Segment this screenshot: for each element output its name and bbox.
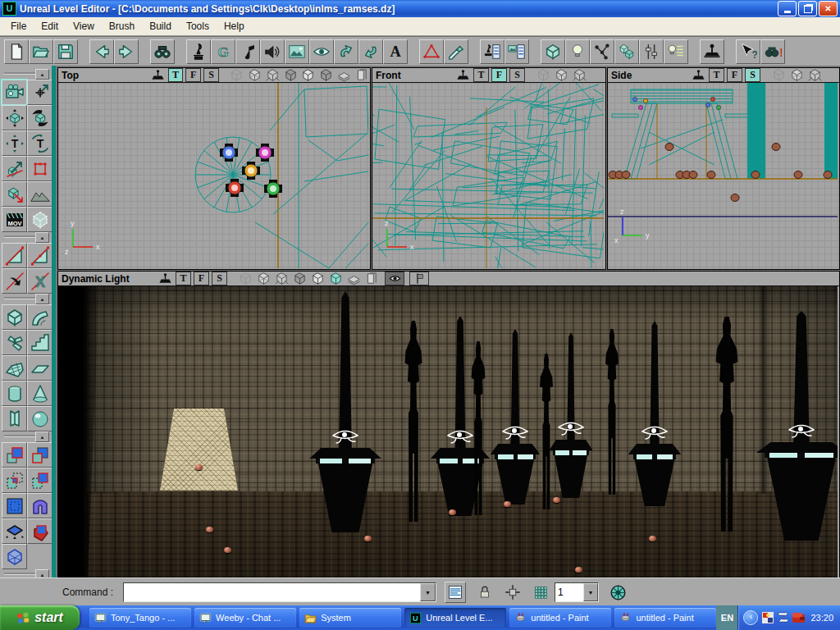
view-mode-t-button[interactable]: T bbox=[176, 272, 191, 285]
2d-shape-triangle-button[interactable] bbox=[419, 39, 444, 64]
light-list-button[interactable] bbox=[664, 39, 688, 64]
build-cube-button[interactable] bbox=[2, 304, 27, 330]
add-special-button[interactable] bbox=[2, 493, 27, 518]
view-mode-s-button[interactable]: S bbox=[203, 68, 219, 82]
task-button-5[interactable]: untitled - Paint bbox=[614, 608, 716, 628]
view-mode-t-button[interactable]: T bbox=[168, 68, 184, 82]
render-mode-ghost-button[interactable] bbox=[237, 272, 253, 285]
render-mode-flat-button[interactable] bbox=[291, 272, 308, 285]
sound-speaker-button[interactable] bbox=[260, 39, 285, 64]
add-staticmesh-button[interactable] bbox=[27, 493, 52, 518]
language-indicator[interactable]: EN bbox=[716, 605, 737, 630]
hide-icons-arrow[interactable]: ‹ bbox=[743, 610, 758, 625]
log-window-button[interactable] bbox=[445, 582, 466, 603]
render-mode-flat-button[interactable] bbox=[282, 69, 299, 82]
csg-deintersect-button[interactable] bbox=[27, 468, 52, 493]
vertex-snap-button[interactable] bbox=[504, 582, 522, 602]
viewport-top[interactable]: TopTFSyxz bbox=[57, 67, 371, 270]
menu-edit[interactable]: Edit bbox=[34, 18, 66, 34]
save-floppy-button[interactable] bbox=[53, 39, 78, 64]
viewport-perspective[interactable]: Dynamic LightTFS zy bbox=[57, 271, 840, 579]
zonealarm-icon[interactable] bbox=[777, 612, 789, 624]
task-button-2[interactable]: System bbox=[299, 608, 401, 628]
scroll-up-arrow[interactable]: ▲ bbox=[35, 232, 49, 243]
render-mode-tex-button[interactable] bbox=[327, 272, 344, 285]
scroll-up-arrow[interactable]: ▲ bbox=[35, 431, 49, 442]
viewport-canvas-side[interactable]: zyx bbox=[608, 83, 839, 269]
texture-rotate-button[interactable]: T bbox=[27, 130, 52, 156]
build-terrain-button[interactable] bbox=[2, 355, 27, 381]
music-note-button[interactable] bbox=[235, 39, 260, 64]
menu-file[interactable]: File bbox=[3, 18, 34, 34]
build-stair-button[interactable] bbox=[27, 330, 52, 355]
surface-sliders-button[interactable] bbox=[639, 39, 664, 64]
grid-size-dropdown-button[interactable]: ▼ bbox=[583, 583, 598, 601]
search-binoculars-button[interactable] bbox=[150, 39, 175, 64]
scroll-up-arrow[interactable]: ▲ bbox=[35, 69, 49, 80]
task-button-0[interactable]: Tony_Tango - ... bbox=[89, 608, 191, 628]
grid-size-input[interactable] bbox=[555, 583, 583, 601]
csg-subtract-button[interactable] bbox=[27, 442, 52, 468]
select-move-button[interactable] bbox=[27, 80, 52, 105]
view-mode-t-button[interactable]: T bbox=[709, 68, 724, 82]
render-mode-solid-button[interactable] bbox=[309, 272, 326, 285]
build-spiralstair-button[interactable] bbox=[2, 330, 27, 355]
menu-brush[interactable]: Brush bbox=[102, 18, 142, 34]
taskbar-clock[interactable]: 23:20 bbox=[810, 613, 833, 623]
command-input[interactable] bbox=[124, 583, 420, 601]
clip-2-button[interactable] bbox=[27, 243, 52, 268]
render-mode-ghost-button[interactable] bbox=[229, 69, 245, 82]
cube-primitive-button[interactable] bbox=[541, 39, 565, 64]
help-cursor-button[interactable]: ? bbox=[736, 39, 760, 64]
brush-rotate-button[interactable] bbox=[27, 105, 52, 130]
pin-flag-button[interactable] bbox=[409, 272, 429, 285]
clip-1-button[interactable] bbox=[2, 243, 27, 268]
viewport-canvas-top[interactable]: yxz bbox=[58, 83, 370, 269]
render-mode-wire-button[interactable] bbox=[806, 69, 823, 82]
build-cone-button[interactable] bbox=[27, 381, 52, 406]
realtime-eye-button[interactable] bbox=[385, 272, 404, 285]
joystick-icon[interactable] bbox=[692, 69, 706, 82]
new-document-button[interactable] bbox=[4, 39, 29, 64]
clip-flip-button[interactable] bbox=[2, 268, 27, 294]
render-mode-flat-button[interactable] bbox=[318, 69, 335, 82]
viewport-side[interactable]: SideTFSzyx bbox=[607, 67, 840, 270]
brush-move-button[interactable] bbox=[2, 105, 27, 130]
view-mode-f-button[interactable]: F bbox=[491, 68, 507, 82]
grid-size-combo[interactable]: ▼ bbox=[555, 582, 599, 602]
open-folder-button[interactable] bbox=[29, 39, 53, 64]
view-mode-t-button[interactable]: T bbox=[473, 68, 489, 82]
view-mode-s-button[interactable]: S bbox=[745, 68, 760, 82]
restore-button[interactable] bbox=[798, 1, 817, 16]
view-mode-s-button[interactable]: S bbox=[212, 272, 227, 285]
command-dropdown-button[interactable]: ▼ bbox=[420, 583, 436, 601]
brush-knife-button[interactable] bbox=[444, 39, 468, 64]
render-mode-zone-button[interactable] bbox=[255, 272, 272, 285]
antivirus-icon[interactable] bbox=[761, 612, 774, 624]
wallet-icon[interactable] bbox=[792, 612, 805, 624]
render-mode-wire-button[interactable] bbox=[264, 69, 281, 82]
menu-view[interactable]: View bbox=[66, 18, 102, 34]
scroll-up-arrow[interactable]: ▲ bbox=[35, 294, 49, 304]
camera-movement-button[interactable] bbox=[2, 80, 27, 105]
add-volume-button[interactable] bbox=[2, 544, 27, 569]
start-button[interactable]: start bbox=[0, 605, 80, 630]
render-mode-wire-button[interactable] bbox=[273, 272, 290, 285]
csg-add-button[interactable] bbox=[2, 442, 27, 468]
texture-list-button[interactable] bbox=[504, 39, 529, 64]
render-mode-layers-button[interactable] bbox=[345, 272, 362, 285]
add-antiportal-button[interactable] bbox=[27, 518, 52, 544]
render-mode-solid-button[interactable] bbox=[300, 69, 317, 82]
matinee-mov-button[interactable]: MOV bbox=[2, 207, 27, 232]
font-a-button[interactable]: A bbox=[383, 39, 408, 64]
undo-arrow-button[interactable] bbox=[89, 39, 114, 64]
joystick-icon[interactable] bbox=[151, 69, 166, 82]
render-mode-zone-button[interactable] bbox=[553, 69, 569, 82]
view-mode-f-button[interactable]: F bbox=[194, 272, 209, 285]
command-combo[interactable]: ▼ bbox=[123, 582, 436, 602]
actor-list-button[interactable] bbox=[480, 39, 504, 64]
search-warning-button[interactable]: ! bbox=[760, 39, 785, 64]
task-button-3[interactable]: UUnreal Level E... bbox=[404, 608, 506, 628]
play-joystick-button[interactable] bbox=[700, 39, 724, 64]
cube-group-button[interactable] bbox=[614, 39, 639, 64]
